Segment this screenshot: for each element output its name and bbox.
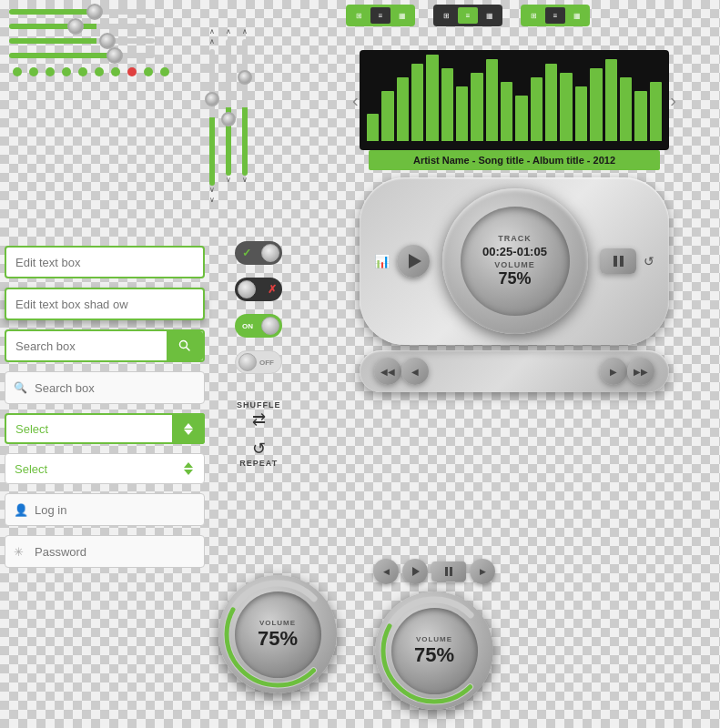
vslider-2[interactable] [226,39,231,176]
user-icon: 👤 [14,503,28,517]
list-icon-1[interactable]: ≡ [370,7,390,24]
forms-panel: 🔍 Select Select 👤 [5,246,223,577]
eq-bar [650,82,662,141]
grid2-icon-1[interactable]: ▦ [392,7,412,24]
skip-fwd-button[interactable]: ▶▶ [627,358,654,385]
sliders-panel [9,9,191,209]
mini-play[interactable] [402,559,428,584]
dot-8 [127,67,137,76]
volume-dial[interactable]: TRACK 00:25-01:05 VOLUME 75% [442,188,588,334]
mini-player: ◀ ▶ [373,559,495,584]
mini-pause[interactable] [431,561,466,581]
play-triangle-icon [409,254,421,268]
search-button-green[interactable] [167,331,203,360]
slider-4[interactable] [9,53,155,58]
list-icon-2[interactable]: ≡ [458,7,478,24]
eq-bar [471,73,482,141]
vslider-wrap-1: ∧∧ ∨∨ [209,27,215,209]
search-input-plain[interactable] [5,371,205,404]
select1-arrow[interactable] [172,413,205,444]
toggle-on[interactable]: ON [235,314,282,338]
vol-knob-2-wrap: VOLUME 75% [375,592,493,710]
grid-icon-1[interactable]: ⊞ [349,7,369,24]
password-icon: ✳ [14,545,24,559]
vslider-1[interactable] [209,49,215,186]
edit-textbox[interactable] [5,246,205,278]
eq-bar [634,91,646,141]
knob-circle-1 [261,244,279,262]
knob-circle-2 [238,280,256,298]
slider-3[interactable] [9,38,155,44]
search-input-green[interactable] [15,331,175,360]
song-info-bar: Artist Name - Song title - Album title -… [369,150,660,170]
dot-2 [29,67,38,76]
dot-4 [62,67,71,76]
eq-bar [441,68,453,141]
arrow-down-icon [184,430,193,435]
pause-bar-2 [620,256,624,267]
eq-bar [575,86,587,141]
login-item: 👤 [5,493,223,526]
repeat-btn[interactable]: ↺ [644,254,654,268]
icon-group-3: ⊞ ≡ ▦ [521,5,590,26]
slider-2[interactable] [9,24,155,29]
play-button[interactable] [397,245,430,278]
list-icon-3[interactable]: ≡ [545,7,565,24]
stats-icon[interactable]: 📊 [374,254,390,268]
icon-bars-section: ⊞ ≡ ▦ ⊞ ≡ ▦ ⊞ ≡ ▦ [346,5,590,26]
toggle-off[interactable]: OFF [235,350,282,374]
shuffle-label: SHUFFLE [237,400,281,410]
select1-label: Select [15,422,48,436]
eq-bar [381,91,393,141]
vslider-wrap-3: ∧ ∨ [242,27,248,209]
dot-1 [13,67,22,76]
off-label: OFF [259,359,274,367]
login-input[interactable] [5,493,205,526]
nav-prev-button[interactable]: ‹ [352,90,359,111]
eq-bar [456,86,468,141]
edit-shadow-item [5,288,223,320]
chevron-up-1: ∧∧ [209,27,215,46]
mini-next[interactable]: ▶ [470,559,495,584]
grid-icon-3[interactable]: ⊞ [523,7,543,24]
grid2-icon-3[interactable]: ▦ [567,7,587,24]
mini-prev[interactable]: ◀ [373,559,399,584]
pause-button[interactable] [600,248,636,274]
slider-dots [13,67,191,76]
nav-next-button[interactable]: › [670,90,676,111]
grid2-icon-2[interactable]: ▦ [480,7,500,24]
prev-button[interactable]: ◀ [401,358,429,385]
icon-group-2: ⊞ ≡ ▦ [433,5,502,26]
vslider-3[interactable] [242,39,248,176]
select2-wrap: Select [5,453,205,484]
player-section: ‹ › Artist Name - Song title - Album tit… [350,50,678,392]
slider-row-3 [9,38,191,44]
password-input[interactable] [5,535,205,568]
toggles-panel: ✓ ✗ ON OFF [235,241,308,387]
select2-label: Select [15,462,47,476]
grid-icon-2[interactable]: ⊞ [436,7,456,24]
slider-1[interactable] [9,9,155,15]
select2-arrow[interactable] [172,453,205,484]
select2-item: Select [5,453,223,484]
toggle-2[interactable]: ✗ [235,278,282,301]
next-button[interactable]: ▶ [600,358,627,385]
shuffle-icon[interactable]: ⇄ [237,410,281,430]
eq-bar [605,59,617,141]
search-plain-wrap: 🔍 [5,371,205,404]
dot-3 [46,67,55,76]
player-bottom-bar: ◀◀ ◀ ▶ ▶▶ [360,350,669,392]
repeat-icon[interactable]: ↺ [237,439,281,459]
arrow-up-green-icon [184,462,193,468]
volume-value-dial: 75% [498,269,531,288]
skip-back-button[interactable]: ◀◀ [374,358,401,385]
vslider-wrap-2: ∧ ∨ [226,27,231,209]
dot-6 [95,67,104,76]
select1-wrap: Select [5,413,205,444]
edit-shadow-textbox[interactable] [5,288,205,320]
slider-row-2 [9,24,191,29]
on-label: ON [242,322,253,330]
toggle-1[interactable]: ✓ [235,241,282,265]
dot-9 [144,67,153,76]
chevron-down-2: ∨ [226,176,231,184]
